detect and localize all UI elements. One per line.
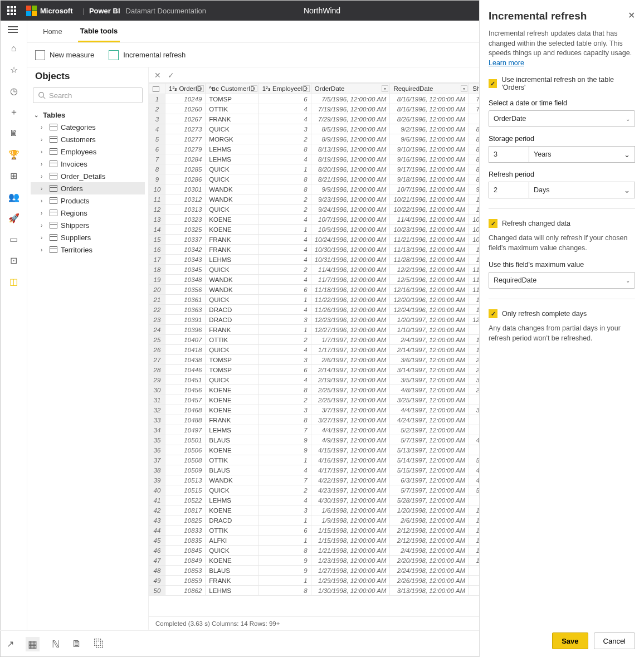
cell-customerid[interactable]: LEHMS xyxy=(206,255,258,265)
cell-requireddate[interactable]: 5/7/1997, 12:00:00 AM xyxy=(390,435,469,445)
chevron-down-icon[interactable]: ▾ xyxy=(251,85,257,92)
cell-orderdate[interactable]: 1/30/1998, 12:00:00 AM xyxy=(311,586,390,596)
column-header-orderdate[interactable]: OrderDate▾ xyxy=(311,84,390,94)
cell-orderdate[interactable]: 4/4/1997, 12:00:00 AM xyxy=(311,425,390,435)
cell-requireddate[interactable]: 3/25/1997, 12:00:00 AM xyxy=(390,395,469,405)
cell-customerid[interactable]: QUICK xyxy=(206,295,258,305)
cell-orderdate[interactable]: 8/13/1996, 12:00:00 AM xyxy=(311,144,390,154)
cell-customerid[interactable]: KOENE xyxy=(206,505,258,515)
use-incremental-checkbox[interactable]: ✓ Use incremental refresh on the table '… xyxy=(489,76,635,91)
cell-orderid[interactable]: 10833 xyxy=(165,525,206,536)
cell-employeeid[interactable]: 1 xyxy=(258,295,311,305)
cell-employeeid[interactable]: 7 xyxy=(258,475,311,485)
storage-period-unit-select[interactable]: Years ⌄ xyxy=(529,146,635,163)
menu-icon[interactable] xyxy=(8,26,18,33)
table-row[interactable]: 610279LEHMS88/13/1996, 12:00:00 AM9/10/1… xyxy=(149,144,494,154)
share-icon[interactable]: ↗ xyxy=(7,639,14,649)
cell-orderid[interactable]: 10249 xyxy=(165,94,206,104)
table-row[interactable]: 410273QUICK38/5/1996, 12:00:00 AM9/2/199… xyxy=(149,124,494,134)
cell-customerid[interactable]: KOENE xyxy=(206,556,258,566)
cell-employeeid[interactable]: 9 xyxy=(258,445,311,455)
cell-orderdate[interactable]: 8/19/1996, 12:00:00 AM xyxy=(311,154,390,164)
cell-orderid[interactable]: 10313 xyxy=(165,205,206,215)
breadcrumb[interactable]: Datamart Documentation xyxy=(126,7,207,15)
table-row[interactable]: 2910451QUICK42/19/1997, 12:00:00 AM3/5/1… xyxy=(149,375,494,385)
cell-employeeid[interactable]: 8 xyxy=(258,385,311,395)
max-field-select[interactable]: RequiredDate ⌄ xyxy=(489,272,635,289)
cell-employeeid[interactable]: 8 xyxy=(258,415,311,425)
table-row[interactable]: 4310825DRACD11/9/1998, 12:00:00 AM2/6/19… xyxy=(149,515,494,525)
cell-orderid[interactable]: 10273 xyxy=(165,124,206,134)
cell-requireddate[interactable]: 5/14/1997, 12:00:00 AM xyxy=(390,455,469,465)
cell-orderid[interactable]: 10285 xyxy=(165,164,206,174)
cell-orderid[interactable]: 10342 xyxy=(165,245,206,255)
cell-requireddate[interactable]: 4/24/1997, 12:00:00 AM xyxy=(390,415,469,425)
table-row[interactable]: 1810345QUICK211/4/1996, 12:00:00 AM12/2/… xyxy=(149,265,494,275)
cell-orderid[interactable]: 10343 xyxy=(165,255,206,265)
cell-employeeid[interactable]: 4 xyxy=(258,235,311,245)
cell-requireddate[interactable]: 10/21/1996, 12:00:00 AM xyxy=(390,194,469,205)
cell-orderdate[interactable]: 11/4/1996, 12:00:00 AM xyxy=(311,265,390,275)
tree-item-territories[interactable]: ›Territories xyxy=(31,244,145,256)
table-row[interactable]: 4810853BLAUS91/27/1998, 12:00:00 AM2/24/… xyxy=(149,566,494,576)
cell-orderdate[interactable]: 2/6/1997, 12:00:00 AM xyxy=(311,355,390,365)
cell-orderid[interactable]: 10513 xyxy=(165,475,206,485)
goals-icon[interactable]: 🏆 xyxy=(8,149,19,160)
table-row[interactable]: 710284LEHMS48/19/1996, 12:00:00 AM9/16/1… xyxy=(149,154,494,164)
cell-orderdate[interactable]: 2/14/1997, 12:00:00 AM xyxy=(311,365,390,375)
cell-requireddate[interactable]: 5/2/1997, 12:00:00 AM xyxy=(390,425,469,435)
cell-customerid[interactable]: QUICK xyxy=(206,174,258,184)
cell-requireddate[interactable]: 5/28/1997, 12:00:00 AM xyxy=(390,495,469,505)
cell-customerid[interactable]: FRANK xyxy=(206,415,258,425)
cell-orderid[interactable]: 10506 xyxy=(165,445,206,455)
cell-requireddate[interactable]: 4/4/1997, 12:00:00 AM xyxy=(390,405,469,415)
cell-employeeid[interactable]: 4 xyxy=(258,245,311,255)
cell-customerid[interactable]: BLAUS xyxy=(206,435,258,445)
refresh-period-input[interactable]: 2 xyxy=(489,182,529,198)
cell-orderdate[interactable]: 4/23/1997, 12:00:00 AM xyxy=(311,485,390,495)
cell-employeeid[interactable]: 1 xyxy=(258,164,311,174)
cell-customerid[interactable]: QUICK xyxy=(206,485,258,495)
create-icon[interactable]: ＋ xyxy=(8,106,19,118)
cell-customerid[interactable]: OTTIK xyxy=(206,525,258,536)
cell-orderid[interactable]: 10835 xyxy=(165,536,206,546)
tree-item-invoices[interactable]: ›Invoices xyxy=(31,158,145,170)
cell-customerid[interactable]: LEHMS xyxy=(206,586,258,596)
cell-requireddate[interactable]: 9/16/1996, 12:00:00 AM xyxy=(390,154,469,164)
table-row[interactable]: 110249TOMSP67/5/1996, 12:00:00 AM8/16/19… xyxy=(149,94,494,104)
cell-requireddate[interactable]: 3/14/1997, 12:00:00 AM xyxy=(390,365,469,375)
cell-employeeid[interactable]: 8 xyxy=(258,546,311,556)
cell-orderid[interactable]: 10825 xyxy=(165,515,206,525)
cell-customerid[interactable]: ALFKI xyxy=(206,536,258,546)
cell-orderid[interactable]: 10849 xyxy=(165,556,206,566)
cell-employeeid[interactable]: 1 xyxy=(258,576,311,586)
table-row[interactable]: 910286QUICK88/21/1996, 12:00:00 AM9/18/1… xyxy=(149,174,494,184)
cell-orderdate[interactable]: 4/30/1997, 12:00:00 AM xyxy=(311,495,390,505)
cell-orderdate[interactable]: 8/5/1996, 12:00:00 AM xyxy=(311,124,390,134)
cell-requireddate[interactable]: 5/13/1997, 12:00:00 AM xyxy=(390,445,469,455)
cell-orderdate[interactable]: 7/29/1996, 12:00:00 AM xyxy=(311,114,390,124)
cell-orderid[interactable]: 10286 xyxy=(165,174,206,184)
table-row[interactable]: 4710849KOENE91/23/1998, 12:00:00 AM2/20/… xyxy=(149,556,494,566)
commit-formula-icon[interactable]: ✓ xyxy=(168,71,174,80)
cell-employeeid[interactable]: 8 xyxy=(258,184,311,194)
cell-orderid[interactable]: 10515 xyxy=(165,485,206,495)
cell-orderid[interactable]: 10284 xyxy=(165,154,206,164)
cell-employeeid[interactable]: 4 xyxy=(258,255,311,265)
cell-orderdate[interactable]: 3/7/1997, 12:00:00 AM xyxy=(311,405,390,415)
app-launcher-icon[interactable] xyxy=(7,6,16,15)
cell-orderid[interactable]: 10418 xyxy=(165,345,206,355)
table-row[interactable]: 3210468KOENE33/7/1997, 12:00:00 AM4/4/19… xyxy=(149,405,494,415)
cell-orderid[interactable]: 10817 xyxy=(165,505,206,515)
chevron-down-icon[interactable]: ▾ xyxy=(382,85,388,92)
cell-orderdate[interactable]: 1/27/1998, 12:00:00 AM xyxy=(311,566,390,576)
cell-customerid[interactable]: WANDK xyxy=(206,285,258,295)
cell-requireddate[interactable]: 12/2/1996, 12:00:00 AM xyxy=(390,265,469,275)
cell-employeeid[interactable]: 6 xyxy=(258,365,311,375)
cell-customerid[interactable]: BLAUS xyxy=(206,465,258,475)
cell-requireddate[interactable]: 11/21/1996, 12:00:00 AM xyxy=(390,235,469,245)
cell-employeeid[interactable]: 6 xyxy=(258,285,311,295)
cell-customerid[interactable]: QUICK xyxy=(206,375,258,385)
cell-requireddate[interactable]: 9/17/1996, 12:00:00 AM xyxy=(390,164,469,174)
table-row[interactable]: 1110312WANDK29/23/1996, 12:00:00 AM10/21… xyxy=(149,194,494,205)
